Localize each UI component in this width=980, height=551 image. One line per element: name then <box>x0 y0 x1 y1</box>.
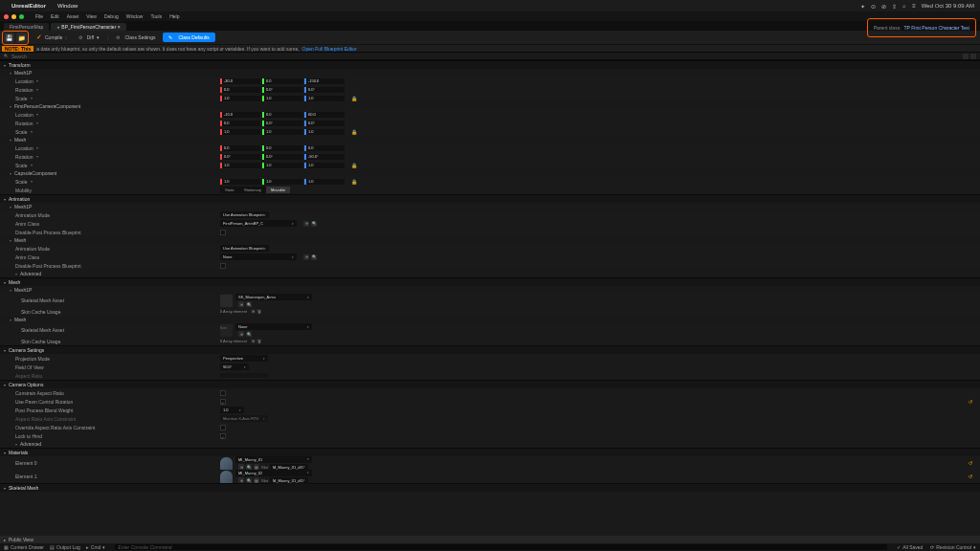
scale-vector[interactable]: 1.01.01.0 <box>220 96 345 101</box>
row-location: Location <box>15 78 33 84</box>
blueprint-toolbar: 💾 📁 ✓Compile : Diff ▾ | Class Settings C… <box>0 31 980 44</box>
save-icon[interactable]: 💾 <box>4 33 14 43</box>
output-log-button[interactable]: ▤ Output Log <box>50 544 80 550</box>
array-header: 0 Array element⊕🗑 <box>220 309 261 314</box>
search-icon[interactable]: ⌕ <box>902 3 906 9</box>
highlight-box-right: Parent class: TP First Person Character … <box>867 18 976 37</box>
menu-tools[interactable]: Tools <box>150 13 162 19</box>
tab-blueprint[interactable]: ●BP_FirstPersonCharacter × <box>51 23 125 31</box>
add-icon[interactable]: ⊕ <box>251 309 256 314</box>
view-options-icon[interactable] <box>963 54 969 59</box>
menu-help[interactable]: Help <box>169 13 179 19</box>
cat-mesh[interactable]: Mesh <box>0 277 980 286</box>
comp-mesh1p[interactable]: Mesh1P <box>0 69 980 77</box>
cat-materials[interactable]: Materials <box>0 448 980 456</box>
control-center-icon[interactable]: ≡ <box>912 3 916 9</box>
mac-window-menu[interactable]: Window <box>57 3 78 9</box>
class-settings-button[interactable]: Class Settings <box>112 33 159 41</box>
clear-icon[interactable]: 🗑 <box>256 309 261 314</box>
search-placeholder: Search <box>11 54 27 59</box>
footer: Public View ▦ Content Drawer ▤ Output Lo… <box>0 536 980 551</box>
anim-mode-combo[interactable]: Use Animation Blueprint <box>220 211 269 218</box>
menu-edit[interactable]: Edit <box>51 13 59 19</box>
parent-class-label: Parent class: <box>874 25 902 31</box>
cat-transform[interactable]: Transform <box>0 60 980 69</box>
document-tabs: FirstPersonMap ●BP_FirstPersonCharacter … <box>0 21 980 31</box>
mesh-mesh1p[interactable]: Mesh1P <box>0 286 980 294</box>
details-panel[interactable]: Transform Mesh1P Location▾-30.00.0-150.0… <box>0 60 980 524</box>
data-only-note: NOTE: This a data only blueprint, so onl… <box>0 44 980 52</box>
tab-map[interactable]: FirstPersonMap <box>4 23 49 31</box>
browse-icon[interactable]: 🔍 <box>311 221 317 227</box>
menu-window[interactable]: Window <box>126 13 144 19</box>
menu-debug[interactable]: Debug <box>104 13 119 19</box>
reset-icon[interactable]: ↺ <box>969 474 972 479</box>
menu-file[interactable]: File <box>35 13 43 19</box>
window-controls <box>4 14 24 19</box>
macos-menu-bar: UnrealEditor Window ✦ ⊙ ⊘ ⇪ ⌕ ≡ Wed Oct … <box>0 0 980 11</box>
reset-icon[interactable]: ↺ <box>969 460 972 466</box>
lock-icon[interactable]: 🔒 <box>351 179 357 185</box>
cmd-button[interactable]: ▸ Cmd ▾ <box>86 544 106 550</box>
app-name[interactable]: UnrealEditor <box>11 3 46 9</box>
lock-icon[interactable]: 🔒 <box>351 129 357 135</box>
open-full-editor-link[interactable]: Open Full Blueprint Editor <box>302 46 357 52</box>
unreal-menu-bar: File Edit Asset View Debug Window Tools … <box>0 11 980 21</box>
reset-icon[interactable]: ↺ <box>969 399 972 405</box>
anim-class-combo[interactable]: FirstPerson_AnimBP_C <box>220 220 297 227</box>
status-icon[interactable]: ⊘ <box>881 3 886 10</box>
compile-button[interactable]: ✓Compile : <box>33 33 71 42</box>
cat-skeletal-mesh[interactable]: Skeletal Mesh <box>0 483 980 492</box>
parent-class-link[interactable]: TP First Person Character Test <box>904 25 969 31</box>
note-badge: NOTE: This <box>2 46 33 52</box>
row-rotation: Rotation <box>15 87 33 93</box>
settings-icon[interactable] <box>970 54 976 59</box>
status-bar: ▦ Content Drawer ▤ Output Log ▸ Cmd ▾ En… <box>0 543 980 551</box>
diff-button[interactable]: Diff ▾ <box>75 33 103 41</box>
lock-icon[interactable]: 🔒 <box>351 163 357 168</box>
details-search[interactable]: Search <box>0 52 980 60</box>
browse-icon[interactable]: 📁 <box>16 33 27 43</box>
rotation-vector[interactable]: 0.00.0°0.0° <box>220 87 345 93</box>
minimize-icon[interactable] <box>11 14 16 19</box>
anim-mesh1p[interactable]: Mesh1P <box>0 203 980 210</box>
mesh-mesh[interactable]: Mesh <box>0 316 980 323</box>
maximize-icon[interactable] <box>19 14 24 19</box>
public-view-section[interactable]: Public View <box>0 536 980 543</box>
asset-thumbnail[interactable] <box>220 295 233 307</box>
checkbox[interactable] <box>220 230 226 235</box>
mobility-selector[interactable]: StaticStationaryMovable <box>220 187 290 193</box>
comp-camera[interactable]: FirstPersonCameraComponent <box>0 102 980 110</box>
status-icon[interactable]: ✦ <box>860 3 865 10</box>
all-saved-button[interactable]: ✓ All Saved <box>897 544 923 550</box>
cat-camera-settings[interactable]: Camera Settings <box>0 345 980 354</box>
menu-view[interactable]: View <box>86 13 97 19</box>
cat-animation[interactable]: Animation <box>0 194 980 203</box>
lock-icon[interactable]: 🔒 <box>351 96 357 101</box>
clock[interactable]: Wed Oct 30 9:09 AM <box>922 3 974 9</box>
wifi-icon[interactable]: ⇪ <box>892 3 897 10</box>
highlight-box-left: 💾 📁 <box>2 31 29 45</box>
location-vector[interactable]: -30.00.0-150.0 <box>220 78 345 84</box>
row-scale: Scale <box>15 96 28 101</box>
anim-advanced[interactable]: Advanced <box>0 270 980 277</box>
use-icon[interactable]: ⊕ <box>303 221 309 227</box>
comp-mesh[interactable]: Mesh <box>0 136 980 143</box>
class-defaults-button[interactable]: Class Defaults <box>163 33 214 42</box>
close-icon[interactable] <box>4 14 9 19</box>
asset-picker[interactable]: SK_Mannequin_Arms⊕🔍 <box>220 294 312 307</box>
revision-control-button[interactable]: ⟳ Revision Control ▾ <box>930 544 976 550</box>
comp-capsule[interactable]: CapsuleComponent <box>0 169 980 177</box>
menu-asset[interactable]: Asset <box>67 13 79 19</box>
cat-camera-options[interactable]: Camera Options <box>0 380 980 388</box>
console-input[interactable]: Enter Console Command <box>115 544 887 550</box>
headphones-icon[interactable]: ⊙ <box>871 3 876 10</box>
note-text: a data only blueprint, so only the defau… <box>36 46 299 52</box>
anim-mesh[interactable]: Mesh <box>0 236 980 244</box>
row-mobility: Mobility <box>15 187 32 193</box>
content-drawer-button[interactable]: ▦ Content Drawer <box>4 544 44 550</box>
cam-advanced[interactable]: Advanced <box>0 440 980 448</box>
